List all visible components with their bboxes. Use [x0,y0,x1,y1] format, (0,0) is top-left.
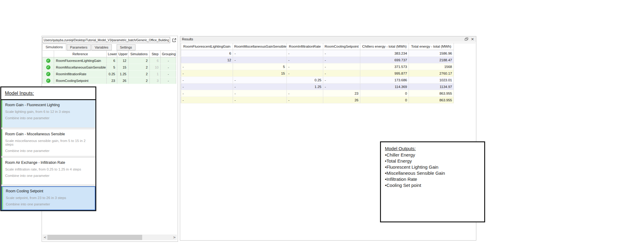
lower-cell: 0.25 [107,71,117,77]
open-external-icon [172,38,176,42]
parameters-table: Reference Lower Upper Simulations Step G… [42,50,176,84]
lower-cell: 5 [107,64,117,71]
reference-cell: RoomCoolingSetpoint [54,77,107,84]
results-title: Results [182,37,465,41]
lower-cell: 23 [107,77,117,84]
scrollbar-thumb[interactable] [47,235,142,240]
card-note: Combine into one parameter [6,202,92,206]
open-external-button[interactable] [171,37,177,43]
reference-cell: RoomInfiltrationRate [54,71,107,77]
step-cell: 3 [150,77,161,84]
status-column-header [43,51,54,57]
grouping-cell: - [161,77,176,84]
upper-cell: 26 [117,77,128,84]
results-col-fluorescent: RoomFluorescentLightingGain [181,43,233,50]
tab-parameters[interactable]: Parameters [67,44,91,50]
status-ok-icon: ✓ [46,72,50,76]
parameter-row[interactable]: ✓ RoomMiscellaneousGainSensible 5 15 2 1… [43,64,176,71]
card-note: Combine into one parameter [5,149,93,153]
float-pane-button[interactable] [465,38,468,41]
model-inputs-annotation: Model Inputs: Room Gain - Fluorescent Li… [0,86,96,211]
status-ok-icon: ✓ [46,65,50,69]
grouping-cell: - [161,64,176,71]
results-col-infiltration: RoomInfiltrationRate [287,43,323,50]
card-description: Scale lighting gain, from 6 to 12 in 3 s… [5,110,93,113]
results-col-coolingsetpoint: RoomCoolingSetpoint [323,43,360,50]
reference-cell: RoomFluorescentLightingGain [54,57,107,64]
step-column-header: Step [150,51,161,57]
results-title-bar: Results × [180,36,476,42]
results-row[interactable]: ---230863.955 [181,90,454,97]
results-row[interactable]: 6---383.2341586.96 [181,50,454,57]
card-title: Room Gain - Miscellaneous Sensible [5,132,93,136]
reference-column-header: Reference [54,51,107,57]
results-row[interactable]: --0.25-173.6861023.01 [181,77,454,83]
lower-column-header: Lower [107,51,117,57]
card-note: Combine into one parameter [5,116,93,120]
grouping-cell: - [161,71,176,77]
model-inputs-title: Model Inputs: [1,87,95,100]
grouping-cell: - [161,57,176,64]
output-item: •Fluorescent Lighting Gain [385,164,481,170]
card-title: Room Gain - Fluorescent Lighting [5,103,93,107]
upper-cell: 12 [117,57,128,64]
tab-strip: Simulations Parameters Variables Setting… [42,44,178,50]
upper-cell: 15 [117,64,128,71]
results-col-miscellaneous: RoomMiscellaneousGainSensible [233,43,287,50]
model-outputs-annotation: Model Outputs: •Chiller Energy •Total En… [380,141,485,222]
output-item: •Miscellaneous Sensible Gain [385,170,481,176]
simulations-cell: 2 [128,77,150,84]
output-item: •Cooling Set point [385,182,481,188]
scrollbar-track[interactable] [47,235,172,240]
results-row[interactable]: 12---699.7372188.47 [181,57,454,63]
output-item: •Chiller Energy [385,152,481,158]
model-outputs-title: Model Outputs: [385,146,481,151]
upper-column-header: Upper [117,51,128,57]
step-cell: 6 [150,57,161,64]
results-row[interactable]: -5--371.5731568 [181,63,454,70]
grouping-column-header: Grouping [161,51,176,57]
lower-cell: 6 [107,57,117,64]
status-ok-icon: ✓ [46,59,50,63]
step-cell: 10 [150,64,161,71]
step-cell: 1 [150,71,161,77]
horizontal-scrollbar[interactable]: < > [43,235,177,240]
output-item: •Total Energy [385,158,481,164]
results-row[interactable]: -15--995.8772760.17 [181,70,454,77]
close-pane-icon[interactable]: × [471,37,474,41]
results-grid: RoomFluorescentLightingGain RoomMiscella… [181,43,454,103]
results-col-chillers-energy: Chillers energy - total (MWh) [360,43,409,50]
simulations-cell: 2 [128,57,150,64]
card-description: Scale infiltration rate, from 0.25 to 1.… [5,167,93,171]
scroll-right-arrow-icon[interactable]: > [172,235,177,240]
results-row[interactable]: ---260863.955 [181,97,454,103]
parameters-header-row: Reference Lower Upper Simulations Step G… [43,51,176,57]
card-title: Room Air Exchange - Infiltration Rate [5,160,93,165]
float-pane-icon [465,38,468,41]
simulations-cell: 2 [128,64,150,71]
parameter-row[interactable]: ✓ RoomCoolingSetpoint 23 26 2 3 - [43,77,176,84]
input-card-fluorescent-lighting: Room Gain - Fluorescent Lighting Scale l… [1,100,95,127]
output-item: •Infiltration Rate [385,176,481,182]
scroll-left-arrow-icon[interactable]: < [43,235,47,240]
card-title: Room Cooling Setpoint [6,189,92,193]
input-card-infiltration-rate: Room Air Exchange - Infiltration Rate Sc… [1,158,95,184]
tab-simulations[interactable]: Simulations [42,44,66,50]
card-description: Scale miscellaneous sensible gain, from … [5,139,93,146]
tab-variables[interactable]: Variables [91,44,112,50]
card-description: Scale setpoint, from 23 to 26 in 3 steps [6,196,92,200]
status-ok-icon: ✓ [46,79,50,83]
reference-cell: RoomMiscellaneousGainSensible [54,64,107,71]
input-card-miscellaneous-sensible: Room Gain - Miscellaneous Sensible Scale… [1,129,95,156]
parameter-row[interactable]: ✓ RoomInfiltrationRate 0.25 1.25 2 1 - [43,71,176,77]
card-note: Combine into one parameter [5,174,93,177]
path-bar [43,37,177,43]
input-card-cooling-setpoint: Room Cooling Setpoint Scale setpoint, fr… [1,186,95,210]
tab-settings[interactable]: Settings [117,44,135,50]
results-row[interactable]: --1.25-114.3691134.97 [181,83,454,90]
simulations-cell: 2 [128,71,150,77]
project-path-input[interactable] [43,37,170,43]
upper-cell: 1.25 [117,71,128,77]
parameter-row[interactable]: ✓ RoomFluorescentLightingGain 6 12 2 6 - [43,57,176,64]
results-col-total-energy: Total energy - total (MWh) [409,43,454,50]
